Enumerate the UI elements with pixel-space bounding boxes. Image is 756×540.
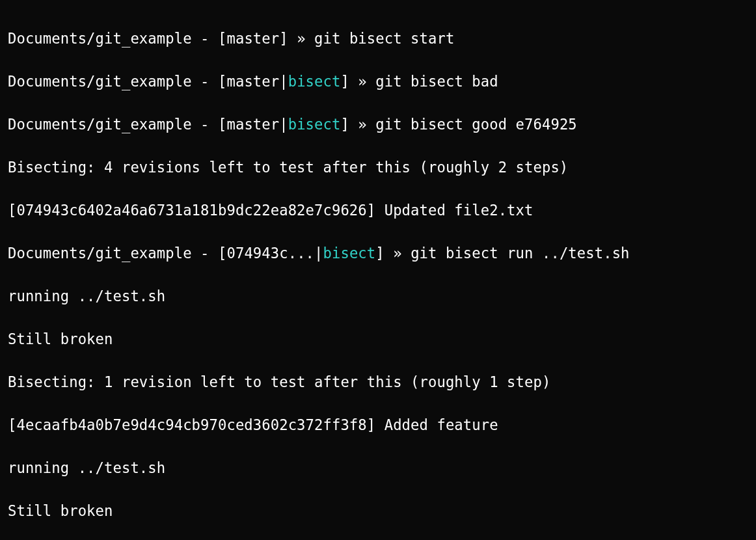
prompt-branch: 074943c... xyxy=(226,245,314,262)
output-line: Still broken xyxy=(8,329,748,350)
prompt-branch: master xyxy=(226,30,279,47)
terminal-line: Documents/git_example - [master|bisect] … xyxy=(8,114,748,135)
prompt-pipe: | xyxy=(279,73,288,90)
prompt-branch-close: ] xyxy=(375,245,384,262)
prompt-pipe: | xyxy=(279,116,288,133)
prompt-pipe: | xyxy=(314,245,323,262)
command-text: git bisect start xyxy=(314,30,454,47)
terminal-line: Documents/git_example - [074943c...|bise… xyxy=(8,243,748,264)
command-text: git bisect run ../test.sh xyxy=(411,245,629,262)
command-text: git bisect good e764925 xyxy=(375,116,577,133)
output-line: Bisecting: 4 revisions left to test afte… xyxy=(8,157,748,178)
command-text: git bisect bad xyxy=(375,73,498,90)
prompt-branch-open: [ xyxy=(218,73,226,90)
prompt-path: Documents/git_example xyxy=(8,245,192,262)
prompt-branch-open: [ xyxy=(218,30,226,47)
prompt-separator: - xyxy=(192,73,218,90)
bisect-label: bisect xyxy=(288,116,341,133)
output-line: Still broken xyxy=(8,500,748,522)
prompt-branch-open: [ xyxy=(218,116,226,133)
prompt-path: Documents/git_example xyxy=(8,30,192,47)
prompt-arrow: » xyxy=(349,73,375,90)
bisect-label: bisect xyxy=(323,245,376,262)
output-line: [4ecaafb4a0b7e9d4c94cb970ced3602c372ff3f… xyxy=(8,414,748,436)
prompt-separator: - xyxy=(192,245,218,262)
prompt-branch-close: ] xyxy=(340,116,349,133)
terminal-line: Documents/git_example - [master|bisect] … xyxy=(8,71,748,92)
prompt-path: Documents/git_example xyxy=(8,73,192,90)
prompt-branch-open: [ xyxy=(218,245,226,262)
prompt-separator: - xyxy=(192,116,218,133)
output-line: Bisecting: 1 revision left to test after… xyxy=(8,371,748,393)
prompt-separator: - xyxy=(192,30,218,47)
terminal-line: Documents/git_example - [master] » git b… xyxy=(8,28,748,49)
prompt-branch: master xyxy=(226,116,279,133)
prompt-arrow: » xyxy=(288,30,314,47)
prompt-arrow: » xyxy=(385,245,411,262)
terminal-window[interactable]: Documents/git_example - [master] » git b… xyxy=(0,0,756,540)
prompt-arrow: » xyxy=(349,116,375,133)
prompt-branch-close: ] xyxy=(279,30,288,47)
output-line: running ../test.sh xyxy=(8,286,748,307)
output-line: [074943c6402a46a6731a181b9dc22ea82e7c962… xyxy=(8,200,748,221)
prompt-path: Documents/git_example xyxy=(8,116,192,133)
prompt-branch: master xyxy=(226,73,279,90)
prompt-branch-close: ] xyxy=(340,73,349,90)
bisect-label: bisect xyxy=(288,73,341,90)
output-line: running ../test.sh xyxy=(8,457,748,479)
